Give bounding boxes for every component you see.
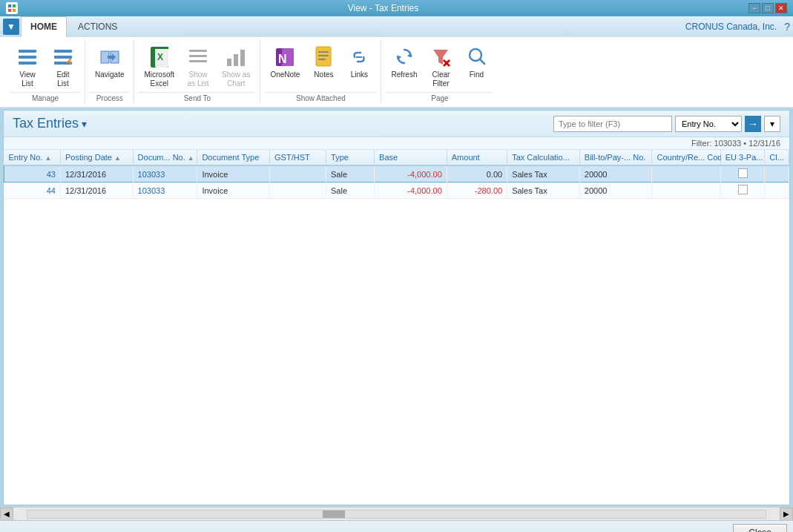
cell-amount: -280.00 — [447, 183, 507, 199]
cell-country — [652, 165, 720, 183]
page-group-label: Page — [386, 92, 493, 104]
cell-doc-type: Invoice — [197, 165, 270, 183]
show-chart-button[interactable]: Show as Chart — [217, 43, 255, 91]
ribbon-nav-dropdown[interactable]: ▼ — [3, 19, 19, 35]
svg-text:N: N — [278, 53, 287, 65]
view-list-icon — [16, 45, 39, 69]
cell-posting-date: 12/31/2016 — [60, 183, 133, 199]
col-amount[interactable]: Amount — [447, 150, 507, 165]
col-eu-3pa[interactable]: EU 3-Pa... — [720, 150, 765, 165]
show-as-list-icon — [186, 45, 210, 69]
table-row[interactable]: 43 12/31/2016 103033 Invoice Sale -4,000… — [4, 165, 789, 183]
cell-country — [652, 183, 720, 199]
cell-eu-3pa — [720, 183, 765, 199]
close-button[interactable]: Close — [733, 524, 787, 533]
excel-label: Microsoft Excel — [144, 70, 174, 88]
col-bill-to[interactable]: Bill-to/Pay-... No. — [579, 150, 652, 165]
svg-rect-23 — [234, 54, 238, 66]
filter-input[interactable] — [553, 116, 672, 132]
scroll-right-button[interactable]: ▶ — [780, 508, 793, 521]
col-doc-no[interactable]: Docum... No. ▲ — [133, 150, 197, 165]
navigate-label: Navigate — [95, 70, 124, 79]
window-title: View - Tax Entries — [18, 3, 748, 13]
restore-button[interactable]: □ — [762, 3, 774, 13]
cell-type: Sale — [326, 183, 375, 199]
col-doc-type[interactable]: Document Type — [197, 150, 270, 165]
col-posting-date[interactable]: Posting Date ▲ — [60, 150, 133, 165]
svg-rect-3 — [13, 9, 16, 12]
ribbon-group-manage: View List Edit List Manage — [6, 40, 85, 104]
col-base[interactable]: Base — [375, 150, 447, 165]
content-area: Tax Entries ▾ Entry No. → ▾ Filter: 1030… — [3, 110, 790, 505]
table-container[interactable]: Entry No. ▲ Posting Date ▲ Docum... No. … — [4, 150, 789, 505]
ribbon-tab-bar: ▼ HOME ACTIONS CRONUS Canada, Inc. ? — [0, 16, 793, 37]
table-row[interactable]: 44 12/31/2016 103033 Invoice Sale -4,000… — [4, 183, 789, 199]
svg-rect-6 — [19, 62, 36, 65]
show-as-list-label: Show as List — [188, 70, 209, 88]
links-button[interactable]: Links — [342, 43, 376, 82]
ribbon-content: View List Edit List Manage — [0, 37, 793, 108]
navigate-button[interactable]: Navigate — [90, 43, 129, 82]
svg-line-39 — [480, 59, 484, 64]
cell-bill-to: 20000 — [579, 183, 652, 199]
edit-list-button[interactable]: Edit List — [46, 43, 80, 91]
cell-entry-no[interactable]: 44 — [4, 183, 61, 199]
col-type[interactable]: Type — [326, 150, 375, 165]
scrollbar-thumb[interactable] — [323, 510, 345, 518]
excel-icon: X — [148, 45, 171, 69]
svg-rect-20 — [189, 55, 207, 57]
attached-group-label: Show Attached — [265, 92, 376, 104]
svg-rect-1 — [13, 4, 16, 7]
clear-filter-button[interactable]: Clear Filter — [424, 43, 458, 91]
cell-closed — [765, 183, 789, 199]
filter-expand-button[interactable]: ▾ — [764, 116, 780, 132]
svg-rect-31 — [318, 59, 326, 60]
minimize-button[interactable]: − — [748, 3, 760, 13]
links-icon — [347, 45, 371, 69]
edit-list-icon — [51, 45, 75, 69]
show-chart-icon — [224, 45, 248, 69]
cell-doc-type: Invoice — [197, 183, 270, 199]
main-wrapper: Tax Entries ▾ Entry No. → ▾ Filter: 1030… — [0, 108, 793, 532]
microsoft-excel-button[interactable]: X Microsoft Excel — [139, 43, 180, 91]
cell-doc-no[interactable]: 103033 — [133, 165, 197, 183]
eu-3pa-checkbox[interactable] — [738, 168, 748, 178]
tab-home[interactable]: HOME — [21, 16, 67, 37]
show-as-list-button[interactable]: Show as List — [181, 43, 215, 91]
find-label: Find — [470, 70, 484, 79]
col-closed[interactable]: Cl... — [765, 150, 789, 165]
cell-doc-no[interactable]: 103033 — [133, 183, 197, 199]
filter-field-dropdown[interactable]: Entry No. — [675, 116, 742, 132]
status-bar: Close — [0, 520, 793, 532]
table-header-row: Entry No. ▲ Posting Date ▲ Docum... No. … — [4, 150, 789, 165]
svg-rect-7 — [54, 50, 72, 53]
col-gst-hst[interactable]: GST/HST — [270, 150, 326, 165]
cell-closed — [765, 165, 789, 183]
cell-type: Sale — [326, 165, 375, 183]
window-close-button[interactable]: ✕ — [775, 3, 787, 13]
page-title-text: Tax Entries — [13, 116, 79, 131]
scroll-left-button[interactable]: ◀ — [0, 508, 13, 521]
view-list-label: View List — [19, 70, 36, 88]
cell-tax-calc: Sales Tax — [507, 165, 580, 183]
svg-rect-29 — [318, 51, 329, 53]
filter-go-button[interactable]: → — [745, 116, 761, 132]
col-country[interactable]: Country/Re... Code — [652, 150, 720, 165]
page-title-dropdown[interactable]: ▾ — [82, 118, 87, 130]
notes-button[interactable]: Notes — [306, 43, 340, 82]
eu-3pa-checkbox[interactable] — [738, 185, 748, 194]
refresh-button[interactable]: Refresh — [386, 43, 422, 82]
col-entry-no[interactable]: Entry No. ▲ — [4, 150, 61, 165]
col-tax-calc[interactable]: Tax Calculatio... — [507, 150, 580, 165]
help-icon[interactable]: ? — [784, 21, 790, 33]
svg-rect-22 — [227, 59, 231, 66]
onenote-button[interactable]: N OneNote — [265, 43, 305, 82]
ribbon-group-process: Navigate Process — [85, 40, 134, 104]
find-button[interactable]: Find — [459, 43, 493, 82]
view-list-button[interactable]: View List — [10, 43, 45, 91]
sendto-group-label: Send To — [139, 92, 255, 104]
cell-entry-no[interactable]: 43 — [4, 165, 61, 183]
filter-controls: Entry No. → ▾ — [553, 116, 780, 132]
tab-actions[interactable]: ACTIONS — [68, 16, 127, 37]
scrollbar-track[interactable] — [27, 510, 766, 519]
